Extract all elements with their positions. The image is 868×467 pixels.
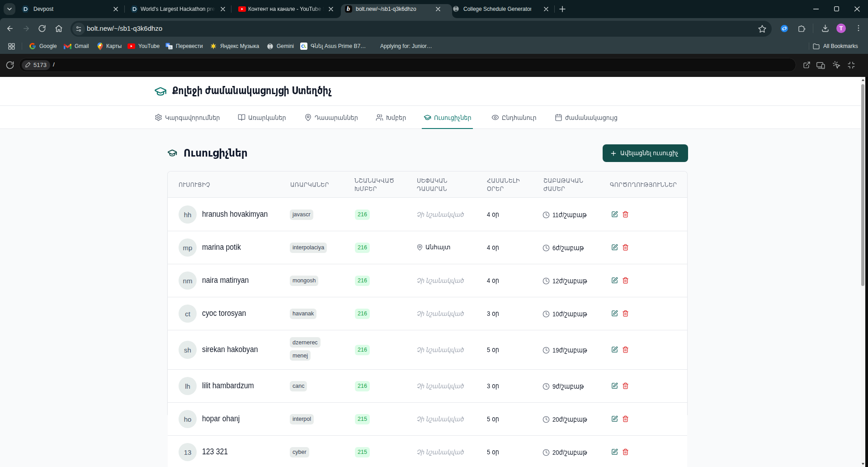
svg-text:あ: あ [169,46,172,49]
